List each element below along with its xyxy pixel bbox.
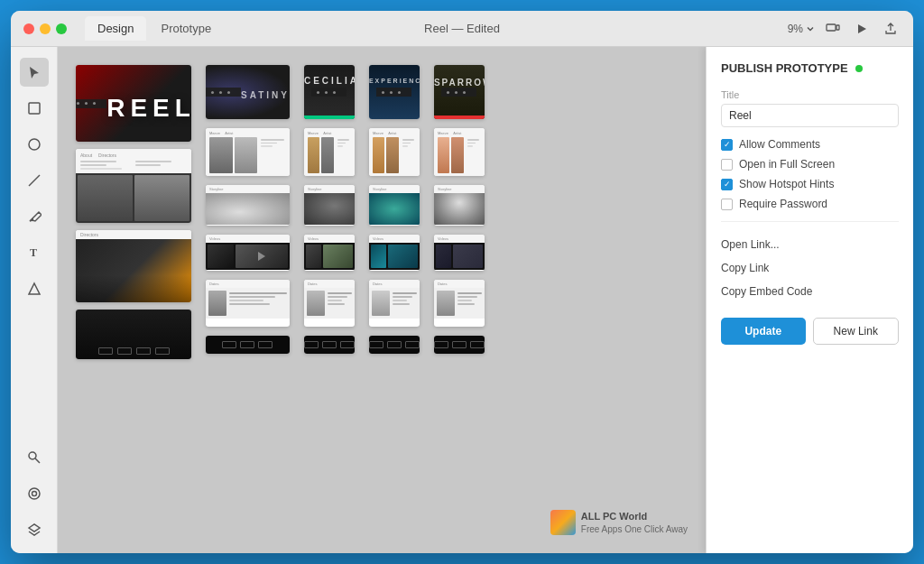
badge1 bbox=[98, 347, 113, 355]
checkbox-show-hotspot[interactable]: Show Hotspot Hints bbox=[721, 178, 899, 190]
minimize-button[interactable] bbox=[40, 23, 51, 34]
update-button[interactable]: Update bbox=[721, 318, 806, 345]
copy-embed-btn[interactable]: Copy Embed Code bbox=[721, 280, 899, 303]
cecilia-nav bbox=[311, 88, 346, 97]
frame-col-satiny: SATINY Maeve Artist bbox=[206, 65, 290, 354]
line-tool[interactable] bbox=[20, 166, 49, 195]
experience-nav bbox=[376, 88, 411, 97]
frame-about: About Directors bbox=[76, 149, 191, 223]
show-hotspot-label: Show Hotspot Hints bbox=[739, 178, 834, 190]
svg-point-9 bbox=[29, 488, 40, 499]
titlebar-tabs: Design Prototype bbox=[85, 16, 224, 41]
sparrow-maeve-label: Maeve Artist bbox=[438, 131, 481, 135]
watermark-logo bbox=[550, 510, 576, 535]
frame-cecilia-dates[interactable]: Dates bbox=[304, 280, 355, 327]
storyline4-label: Storyline bbox=[434, 185, 485, 193]
reel-title: REEL bbox=[106, 85, 191, 123]
text-tool[interactable]: T bbox=[20, 238, 49, 267]
settings-icon[interactable] bbox=[20, 479, 49, 508]
oval-tool[interactable] bbox=[20, 130, 49, 159]
frame-cecilia-storyline[interactable]: Storyline bbox=[304, 185, 355, 226]
svg-point-8 bbox=[32, 492, 36, 496]
frame-sparrow-hero[interactable]: SPARROW bbox=[434, 65, 485, 119]
maximize-button[interactable] bbox=[56, 23, 67, 34]
new-link-button[interactable]: New Link bbox=[813, 318, 900, 345]
require-password-checkbox[interactable] bbox=[721, 199, 733, 210]
frame-cecilia-videos[interactable]: Videos bbox=[304, 235, 355, 271]
frame-sparrow-about[interactable]: Maeve Artist bbox=[434, 128, 485, 176]
experience-badge2 bbox=[387, 341, 402, 348]
tab-prototype[interactable]: Prototype bbox=[148, 16, 224, 41]
frame-gap bbox=[76, 142, 191, 149]
sparrow-badge1 bbox=[434, 341, 448, 348]
frame-sparrow-storyline[interactable]: Storyline bbox=[434, 185, 485, 226]
about-label: About Directors bbox=[80, 153, 187, 158]
frame-sparrow-footer[interactable] bbox=[434, 336, 485, 354]
rectangle-tool[interactable] bbox=[20, 94, 49, 123]
open-link-btn[interactable]: Open Link... bbox=[721, 233, 899, 256]
zoom-value: 9% bbox=[788, 23, 803, 35]
videos1-label: Videos bbox=[206, 235, 290, 243]
cecilia-badge2 bbox=[322, 341, 337, 348]
share-icon[interactable] bbox=[881, 19, 901, 39]
watermark: ALL PC World Free Apps One Click Away bbox=[550, 510, 688, 535]
canvas-area[interactable]: REEL About Directors bbox=[58, 47, 706, 553]
tab-design[interactable]: Design bbox=[85, 16, 146, 41]
shape-tool[interactable] bbox=[20, 274, 49, 303]
titlebar: Design Prototype Reel — Edited 9% bbox=[11, 11, 913, 47]
frame-sparrow-videos[interactable]: Videos bbox=[434, 235, 485, 271]
show-hotspot-checkbox[interactable] bbox=[721, 179, 733, 190]
watermark-text: ALL PC World Free Apps One Click Away bbox=[581, 510, 688, 534]
badge4 bbox=[155, 347, 170, 355]
close-button[interactable] bbox=[23, 23, 34, 34]
svg-text:T: T bbox=[30, 246, 37, 259]
frame-satiny-dates[interactable]: Dates bbox=[206, 280, 290, 327]
open-fullscreen-checkbox[interactable] bbox=[721, 159, 733, 171]
frame-cecilia-footer[interactable] bbox=[304, 336, 355, 354]
frame-sparrow-dates[interactable]: Dates bbox=[434, 280, 485, 327]
frame-satiny-about[interactable]: Maeve Artist bbox=[206, 128, 290, 176]
frame-satiny-storyline[interactable]: Storyline bbox=[206, 185, 290, 226]
checkbox-open-fullscreen[interactable]: Open in Full Screen bbox=[721, 158, 899, 171]
frame-cecilia-about[interactable]: Maeve Artist bbox=[304, 128, 355, 176]
svg-rect-0 bbox=[827, 24, 836, 31]
frame-experience-about[interactable]: Maeve Artist bbox=[369, 128, 420, 176]
frame-experience-hero[interactable]: EXPERIENCE bbox=[369, 65, 420, 119]
frame-satiny-videos[interactable]: Videos bbox=[206, 235, 290, 271]
frame-reel-hero: REEL bbox=[76, 65, 191, 142]
frame-cecilia-hero[interactable]: CECILIA bbox=[304, 65, 355, 119]
open-fullscreen-label: Open in Full Screen bbox=[739, 158, 835, 171]
checkbox-allow-comments[interactable]: Allow Comments bbox=[721, 138, 899, 151]
layers-icon[interactable] bbox=[20, 515, 49, 544]
storyline1-label: Storyline bbox=[206, 185, 290, 193]
experience-badge1 bbox=[369, 341, 383, 348]
device-icon[interactable] bbox=[823, 19, 843, 39]
allow-comments-checkbox[interactable] bbox=[721, 139, 733, 151]
chevron-down-icon bbox=[807, 25, 814, 32]
frame-experience-videos[interactable]: Videos bbox=[369, 235, 420, 271]
storyline2-label: Storyline bbox=[304, 185, 355, 193]
cecilia-badge3 bbox=[340, 341, 355, 348]
cecilia-badge1 bbox=[304, 341, 319, 348]
window-title: Reel — Edited bbox=[424, 22, 500, 35]
frame-col-cecilia: CECILIA Maeve Artist bbox=[304, 65, 355, 354]
frames-container: REEL About Directors bbox=[58, 47, 706, 377]
frame-satiny-hero[interactable]: SATINY bbox=[206, 65, 290, 119]
title-input[interactable] bbox=[721, 104, 899, 127]
copy-link-btn[interactable]: Copy Link bbox=[721, 256, 899, 280]
play-icon[interactable] bbox=[852, 19, 872, 39]
checkbox-require-password[interactable]: Require Password bbox=[721, 198, 899, 210]
frame-satiny-footer[interactable] bbox=[206, 336, 290, 354]
pen-tool[interactable] bbox=[20, 202, 49, 231]
svg-line-7 bbox=[35, 458, 40, 463]
frame-experience-dates[interactable]: Dates bbox=[369, 280, 420, 327]
frame-experience-footer[interactable] bbox=[369, 336, 420, 354]
satiny-badge3 bbox=[258, 341, 273, 348]
frame-experience-storyline[interactable]: Storyline bbox=[369, 185, 420, 226]
search-tool[interactable] bbox=[20, 443, 49, 472]
panel-divider bbox=[721, 221, 899, 222]
dates2-label: Dates bbox=[304, 280, 355, 288]
frame-gap3 bbox=[76, 302, 191, 310]
frame-reel-large[interactable]: REEL About Directors bbox=[76, 65, 191, 359]
cursor-tool[interactable] bbox=[20, 58, 49, 87]
